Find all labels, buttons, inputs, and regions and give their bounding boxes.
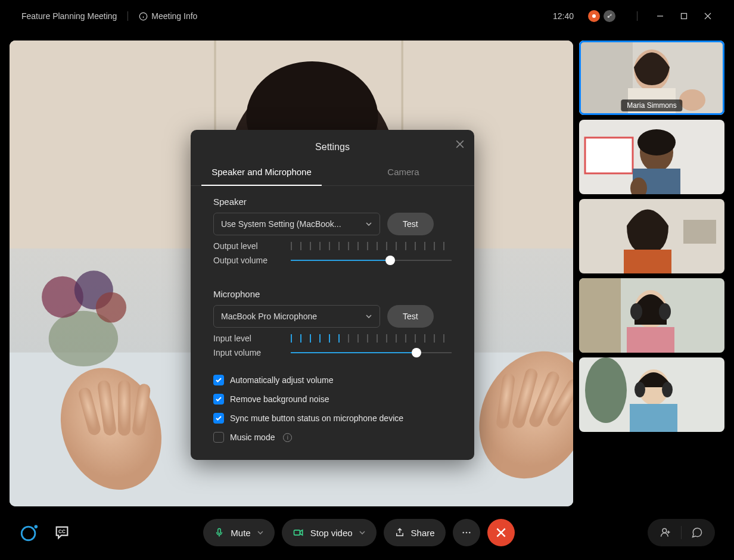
settings-title: Settings: [315, 142, 350, 152]
leave-call-button[interactable]: [487, 519, 515, 546]
settings-modal: Settings Speaker and Microphone Camera S…: [191, 130, 474, 460]
share-button[interactable]: Share: [384, 519, 446, 546]
info-icon: [139, 12, 148, 21]
svg-point-54: [662, 382, 673, 397]
meeting-info-label: Meeting Info: [151, 11, 197, 21]
microphone-section-title: Microphone: [213, 289, 452, 299]
sync-mute-checkbox[interactable]: [213, 413, 224, 424]
recording-indicator[interactable]: [588, 10, 600, 22]
participant-thumbnail[interactable]: [579, 357, 724, 432]
svg-rect-23: [118, 380, 130, 435]
output-level-label: Output level: [213, 241, 291, 251]
input-level-label: Input level: [213, 334, 291, 343]
close-icon: [496, 528, 506, 537]
participants-sidebar: Maria Simmons: [579, 41, 724, 506]
ellipsis-icon: [461, 527, 472, 538]
sync-mute-label: Sync mute button status on microphone de…: [230, 413, 403, 423]
chevron-down-icon: [365, 220, 372, 228]
call-toolbar: CC Mute Stop video Share: [0, 505, 734, 560]
captions-icon[interactable]: CC: [54, 524, 70, 541]
chat-icon: [691, 527, 703, 539]
share-icon: [394, 527, 405, 538]
divider: [637, 11, 637, 21]
speaker-device-value: Use System Setting (MacBook...: [221, 219, 341, 229]
svg-point-65: [469, 532, 471, 534]
output-level-meter: [291, 242, 452, 250]
participant-thumbnail[interactable]: Maria Simmons: [579, 41, 724, 115]
svg-point-37: [637, 129, 676, 155]
title-bar: Feature Planning Meeting Meeting Info 12…: [0, 0, 734, 32]
svg-rect-5: [682, 14, 687, 19]
speaker-section-title: Speaker: [213, 197, 452, 207]
lock-icon: [607, 13, 612, 19]
input-volume-slider[interactable]: [291, 348, 452, 357]
close-settings-button[interactable]: [454, 138, 466, 150]
test-microphone-button[interactable]: Test: [387, 305, 434, 328]
more-options-button[interactable]: [453, 519, 480, 546]
encryption-indicator[interactable]: [604, 10, 615, 22]
svg-point-47: [630, 303, 642, 320]
stop-video-label: Stop video: [310, 528, 353, 538]
chevron-down-icon[interactable]: [359, 529, 366, 536]
svg-point-59: [35, 525, 38, 528]
svg-rect-62: [294, 530, 300, 535]
svg-point-63: [462, 532, 464, 534]
close-icon: [456, 140, 464, 148]
svg-rect-43: [624, 250, 671, 273]
test-speaker-button[interactable]: Test: [387, 213, 434, 235]
chevron-down-icon[interactable]: [257, 529, 264, 536]
microphone-device-value: MacBook Pro Microphone: [221, 312, 317, 321]
svg-point-64: [465, 532, 467, 534]
mute-label: Mute: [231, 528, 250, 538]
microphone-device-select[interactable]: MacBook Pro Microphone: [213, 305, 380, 328]
speaker-device-select[interactable]: Use System Setting (MacBook...: [213, 213, 380, 235]
participant-thumbnail[interactable]: [579, 120, 724, 194]
svg-rect-41: [683, 220, 716, 244]
participant-name: Maria Simmons: [621, 99, 682, 111]
svg-point-48: [659, 303, 671, 320]
music-mode-label: Music mode: [230, 433, 275, 442]
svg-rect-45: [579, 278, 621, 353]
svg-rect-49: [627, 327, 674, 353]
svg-point-68: [663, 528, 667, 533]
svg-point-51: [585, 357, 627, 423]
close-window-button[interactable]: [696, 6, 720, 26]
chevron-down-icon: [365, 313, 372, 320]
divider: [127, 11, 128, 21]
microphone-icon: [214, 527, 225, 538]
music-mode-checkbox[interactable]: [213, 432, 224, 443]
tab-camera[interactable]: Camera: [332, 158, 474, 185]
svg-point-16: [96, 292, 126, 322]
output-volume-label: Output volume: [213, 256, 291, 265]
participant-thumbnail[interactable]: [579, 199, 724, 273]
mute-button[interactable]: Mute: [203, 519, 274, 546]
remove-noise-checkbox[interactable]: [213, 394, 224, 405]
svg-rect-61: [218, 528, 221, 533]
input-level-meter: [291, 334, 452, 343]
reaction-icon[interactable]: [19, 522, 39, 543]
info-icon[interactable]: i: [283, 433, 292, 442]
svg-point-58: [21, 527, 35, 540]
participant-thumbnail[interactable]: [579, 278, 724, 353]
auto-adjust-volume-label: Automatically adjust volume: [230, 375, 334, 385]
video-icon: [293, 527, 304, 539]
tab-speaker-microphone[interactable]: Speaker and Microphone: [191, 158, 332, 185]
stop-video-button[interactable]: Stop video: [282, 519, 377, 546]
svg-point-53: [635, 382, 645, 397]
meeting-timer: 12:40: [553, 11, 574, 21]
maximize-button[interactable]: [672, 6, 696, 26]
auto-adjust-volume-checkbox[interactable]: [213, 375, 224, 385]
minimize-button[interactable]: [648, 6, 672, 26]
input-volume-label: Input volume: [213, 348, 291, 357]
participants-icon: [660, 527, 671, 539]
output-volume-slider[interactable]: [291, 256, 452, 265]
participants-button[interactable]: [652, 519, 679, 546]
share-label: Share: [411, 528, 435, 538]
remove-noise-label: Remove background noise: [230, 394, 329, 404]
chat-button[interactable]: [684, 519, 710, 546]
meeting-info-button[interactable]: Meeting Info: [139, 11, 197, 21]
svg-rect-55: [630, 404, 677, 432]
meeting-title: Feature Planning Meeting: [21, 11, 117, 21]
svg-text:CC: CC: [58, 529, 66, 534]
svg-point-33: [679, 89, 705, 111]
